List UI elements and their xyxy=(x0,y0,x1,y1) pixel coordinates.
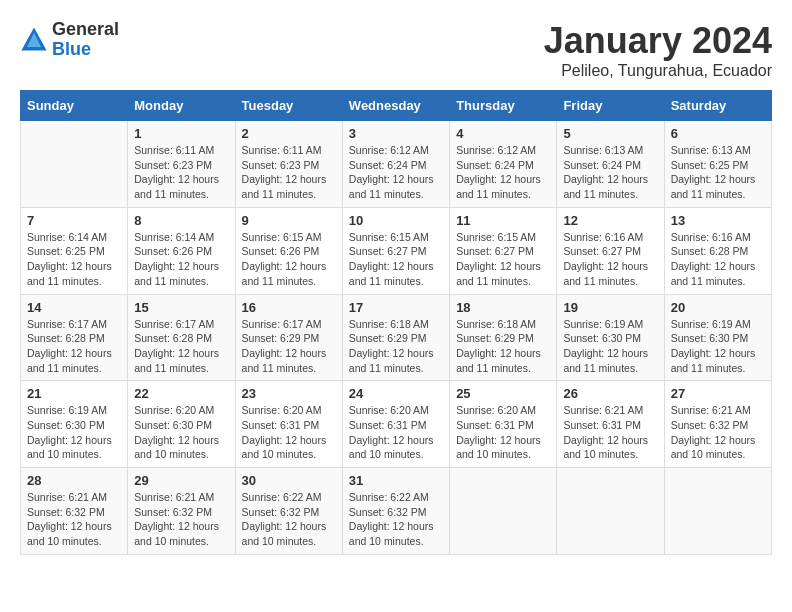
day-info: Sunrise: 6:14 AM Sunset: 6:26 PM Dayligh… xyxy=(134,230,228,289)
calendar-cell: 7Sunrise: 6:14 AM Sunset: 6:25 PM Daylig… xyxy=(21,207,128,294)
calendar-cell: 14Sunrise: 6:17 AM Sunset: 6:28 PM Dayli… xyxy=(21,294,128,381)
calendar-cell: 6Sunrise: 6:13 AM Sunset: 6:25 PM Daylig… xyxy=(664,121,771,208)
day-info: Sunrise: 6:18 AM Sunset: 6:29 PM Dayligh… xyxy=(349,317,443,376)
day-number: 5 xyxy=(563,126,657,141)
calendar-cell: 16Sunrise: 6:17 AM Sunset: 6:29 PM Dayli… xyxy=(235,294,342,381)
location-title: Pelileo, Tungurahua, Ecuador xyxy=(544,62,772,80)
day-info: Sunrise: 6:11 AM Sunset: 6:23 PM Dayligh… xyxy=(242,143,336,202)
calendar-cell: 11Sunrise: 6:15 AM Sunset: 6:27 PM Dayli… xyxy=(450,207,557,294)
day-info: Sunrise: 6:16 AM Sunset: 6:27 PM Dayligh… xyxy=(563,230,657,289)
calendar-cell: 5Sunrise: 6:13 AM Sunset: 6:24 PM Daylig… xyxy=(557,121,664,208)
day-info: Sunrise: 6:17 AM Sunset: 6:28 PM Dayligh… xyxy=(134,317,228,376)
day-number: 4 xyxy=(456,126,550,141)
day-info: Sunrise: 6:19 AM Sunset: 6:30 PM Dayligh… xyxy=(27,403,121,462)
calendar-cell: 20Sunrise: 6:19 AM Sunset: 6:30 PM Dayli… xyxy=(664,294,771,381)
page-header: General Blue January 2024 Pelileo, Tungu… xyxy=(20,20,772,80)
day-info: Sunrise: 6:22 AM Sunset: 6:32 PM Dayligh… xyxy=(242,490,336,549)
calendar-week-2: 14Sunrise: 6:17 AM Sunset: 6:28 PM Dayli… xyxy=(21,294,772,381)
day-number: 19 xyxy=(563,300,657,315)
calendar-cell: 2Sunrise: 6:11 AM Sunset: 6:23 PM Daylig… xyxy=(235,121,342,208)
title-section: January 2024 Pelileo, Tungurahua, Ecuado… xyxy=(544,20,772,80)
day-info: Sunrise: 6:15 AM Sunset: 6:26 PM Dayligh… xyxy=(242,230,336,289)
day-info: Sunrise: 6:16 AM Sunset: 6:28 PM Dayligh… xyxy=(671,230,765,289)
day-number: 30 xyxy=(242,473,336,488)
calendar-cell: 27Sunrise: 6:21 AM Sunset: 6:32 PM Dayli… xyxy=(664,381,771,468)
day-number: 15 xyxy=(134,300,228,315)
day-number: 10 xyxy=(349,213,443,228)
day-number: 24 xyxy=(349,386,443,401)
day-info: Sunrise: 6:19 AM Sunset: 6:30 PM Dayligh… xyxy=(671,317,765,376)
day-info: Sunrise: 6:20 AM Sunset: 6:31 PM Dayligh… xyxy=(349,403,443,462)
calendar-week-4: 28Sunrise: 6:21 AM Sunset: 6:32 PM Dayli… xyxy=(21,468,772,555)
calendar-cell: 25Sunrise: 6:20 AM Sunset: 6:31 PM Dayli… xyxy=(450,381,557,468)
day-info: Sunrise: 6:13 AM Sunset: 6:25 PM Dayligh… xyxy=(671,143,765,202)
day-number: 17 xyxy=(349,300,443,315)
day-info: Sunrise: 6:21 AM Sunset: 6:32 PM Dayligh… xyxy=(134,490,228,549)
day-info: Sunrise: 6:13 AM Sunset: 6:24 PM Dayligh… xyxy=(563,143,657,202)
day-number: 18 xyxy=(456,300,550,315)
day-number: 25 xyxy=(456,386,550,401)
calendar-week-3: 21Sunrise: 6:19 AM Sunset: 6:30 PM Dayli… xyxy=(21,381,772,468)
day-number: 22 xyxy=(134,386,228,401)
calendar-cell: 13Sunrise: 6:16 AM Sunset: 6:28 PM Dayli… xyxy=(664,207,771,294)
calendar-cell: 26Sunrise: 6:21 AM Sunset: 6:31 PM Dayli… xyxy=(557,381,664,468)
calendar-cell: 19Sunrise: 6:19 AM Sunset: 6:30 PM Dayli… xyxy=(557,294,664,381)
day-number: 13 xyxy=(671,213,765,228)
logo: General Blue xyxy=(20,20,119,60)
day-number: 14 xyxy=(27,300,121,315)
day-number: 26 xyxy=(563,386,657,401)
calendar-body: 1Sunrise: 6:11 AM Sunset: 6:23 PM Daylig… xyxy=(21,121,772,555)
day-number: 31 xyxy=(349,473,443,488)
day-info: Sunrise: 6:17 AM Sunset: 6:28 PM Dayligh… xyxy=(27,317,121,376)
day-number: 29 xyxy=(134,473,228,488)
day-number: 1 xyxy=(134,126,228,141)
day-info: Sunrise: 6:22 AM Sunset: 6:32 PM Dayligh… xyxy=(349,490,443,549)
calendar-cell: 9Sunrise: 6:15 AM Sunset: 6:26 PM Daylig… xyxy=(235,207,342,294)
calendar-cell: 15Sunrise: 6:17 AM Sunset: 6:28 PM Dayli… xyxy=(128,294,235,381)
day-number: 8 xyxy=(134,213,228,228)
calendar-cell: 23Sunrise: 6:20 AM Sunset: 6:31 PM Dayli… xyxy=(235,381,342,468)
day-number: 12 xyxy=(563,213,657,228)
calendar-cell: 12Sunrise: 6:16 AM Sunset: 6:27 PM Dayli… xyxy=(557,207,664,294)
day-info: Sunrise: 6:18 AM Sunset: 6:29 PM Dayligh… xyxy=(456,317,550,376)
logo-blue: Blue xyxy=(52,40,119,60)
calendar-cell xyxy=(664,468,771,555)
calendar-cell: 17Sunrise: 6:18 AM Sunset: 6:29 PM Dayli… xyxy=(342,294,449,381)
day-number: 20 xyxy=(671,300,765,315)
day-info: Sunrise: 6:15 AM Sunset: 6:27 PM Dayligh… xyxy=(456,230,550,289)
day-info: Sunrise: 6:20 AM Sunset: 6:31 PM Dayligh… xyxy=(456,403,550,462)
header-monday: Monday xyxy=(128,91,235,121)
day-number: 3 xyxy=(349,126,443,141)
day-number: 7 xyxy=(27,213,121,228)
header-friday: Friday xyxy=(557,91,664,121)
calendar-cell: 18Sunrise: 6:18 AM Sunset: 6:29 PM Dayli… xyxy=(450,294,557,381)
calendar-cell: 4Sunrise: 6:12 AM Sunset: 6:24 PM Daylig… xyxy=(450,121,557,208)
calendar-week-0: 1Sunrise: 6:11 AM Sunset: 6:23 PM Daylig… xyxy=(21,121,772,208)
header-sunday: Sunday xyxy=(21,91,128,121)
calendar-cell: 30Sunrise: 6:22 AM Sunset: 6:32 PM Dayli… xyxy=(235,468,342,555)
calendar-week-1: 7Sunrise: 6:14 AM Sunset: 6:25 PM Daylig… xyxy=(21,207,772,294)
logo-general: General xyxy=(52,20,119,40)
calendar-header-row: SundayMondayTuesdayWednesdayThursdayFrid… xyxy=(21,91,772,121)
day-number: 2 xyxy=(242,126,336,141)
logo-icon xyxy=(20,26,48,54)
header-wednesday: Wednesday xyxy=(342,91,449,121)
day-number: 11 xyxy=(456,213,550,228)
calendar-cell: 3Sunrise: 6:12 AM Sunset: 6:24 PM Daylig… xyxy=(342,121,449,208)
day-number: 27 xyxy=(671,386,765,401)
calendar-cell: 22Sunrise: 6:20 AM Sunset: 6:30 PM Dayli… xyxy=(128,381,235,468)
day-info: Sunrise: 6:12 AM Sunset: 6:24 PM Dayligh… xyxy=(456,143,550,202)
day-info: Sunrise: 6:20 AM Sunset: 6:30 PM Dayligh… xyxy=(134,403,228,462)
calendar-cell: 10Sunrise: 6:15 AM Sunset: 6:27 PM Dayli… xyxy=(342,207,449,294)
day-info: Sunrise: 6:20 AM Sunset: 6:31 PM Dayligh… xyxy=(242,403,336,462)
day-info: Sunrise: 6:17 AM Sunset: 6:29 PM Dayligh… xyxy=(242,317,336,376)
calendar-cell: 21Sunrise: 6:19 AM Sunset: 6:30 PM Dayli… xyxy=(21,381,128,468)
calendar-cell: 31Sunrise: 6:22 AM Sunset: 6:32 PM Dayli… xyxy=(342,468,449,555)
day-info: Sunrise: 6:19 AM Sunset: 6:30 PM Dayligh… xyxy=(563,317,657,376)
calendar-cell: 1Sunrise: 6:11 AM Sunset: 6:23 PM Daylig… xyxy=(128,121,235,208)
header-saturday: Saturday xyxy=(664,91,771,121)
day-number: 28 xyxy=(27,473,121,488)
calendar-cell xyxy=(21,121,128,208)
day-info: Sunrise: 6:11 AM Sunset: 6:23 PM Dayligh… xyxy=(134,143,228,202)
calendar-cell xyxy=(557,468,664,555)
